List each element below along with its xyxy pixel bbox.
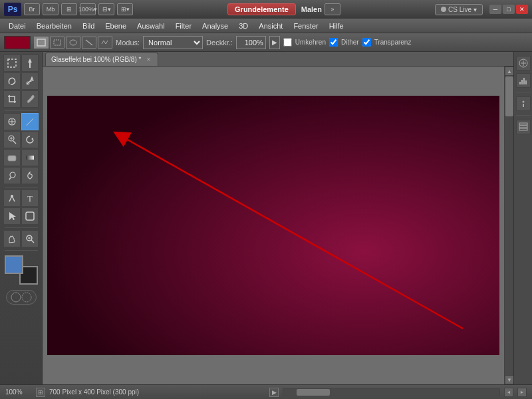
menu-bearbeiten[interactable]: Bearbeiten (32, 21, 76, 31)
brush-color-swatch[interactable] (4, 36, 31, 49)
svg-marker-13 (31, 138, 33, 140)
brush-tool-button[interactable] (21, 113, 39, 130)
title-bar: Ps Br Mb ⊞ 100%▾ ⊟▾ ⊞▾ Grundelemente Mal… (0, 0, 532, 19)
svg-rect-33 (519, 82, 521, 84)
document-tab-title: Glaseffekt bei 100% (RGB/8) * (51, 56, 141, 63)
shape-tool-button[interactable] (21, 207, 39, 225)
document-tabs: Glaseffekt bei 100% (RGB/8) * × (43, 52, 513, 66)
svg-marker-20 (9, 212, 16, 220)
zoom-tool-button[interactable] (21, 230, 39, 247)
scroll-down-button[interactable]: ▼ (505, 375, 513, 384)
clone-tool-button[interactable] (3, 131, 21, 148)
tool-separator-4 (5, 250, 38, 251)
menu-ebene[interactable]: Ebene (100, 21, 131, 31)
svg-rect-4 (8, 59, 16, 67)
svg-rect-41 (519, 123, 527, 125)
scroll-up-button[interactable]: ▲ (505, 66, 513, 76)
menu-ansicht[interactable]: Ansicht (254, 21, 287, 31)
cs-live-button[interactable]: CS Live ▾ (435, 4, 483, 15)
workspace-button[interactable]: Grundelemente (227, 3, 296, 15)
brush-mode-line[interactable] (82, 37, 96, 49)
menu-datei[interactable]: Datei (4, 21, 31, 31)
vertical-scrollbar[interactable]: ▲ ▼ (504, 66, 513, 384)
info-panel-button[interactable] (516, 96, 531, 111)
brush-mode-feathered[interactable] (50, 37, 65, 49)
nav-arrow-button[interactable]: ▶ (269, 388, 279, 397)
scroll-thumb-v[interactable] (505, 76, 513, 116)
deckkraft-label: Deckkr.: (206, 39, 233, 47)
svg-point-37 (522, 101, 524, 103)
svg-rect-38 (523, 104, 524, 107)
brush-mode-custom[interactable] (98, 37, 112, 49)
minimize-button[interactable]: ─ (489, 5, 501, 14)
dodge-tool-button[interactable] (3, 167, 21, 184)
modus-select[interactable]: Normal (143, 36, 203, 49)
tool-separator-1 (5, 110, 38, 111)
horizontal-scrollbar[interactable] (283, 388, 500, 396)
menu-filter[interactable]: Filter (171, 21, 196, 31)
grid-button[interactable]: ⊞▾ (117, 3, 133, 15)
lasso-tool-button[interactable] (3, 72, 21, 90)
brush-mode-circle[interactable] (66, 37, 80, 49)
menu-3d[interactable]: 3D (234, 21, 253, 31)
brush-mode-normal[interactable] (34, 37, 49, 49)
scroll-left-button[interactable]: ◄ (504, 388, 513, 397)
menu-bar: Datei Bearbeiten Bild Ebene Auswahl Filt… (0, 19, 532, 33)
document-tab[interactable]: Glaseffekt bei 100% (RGB/8) * × (45, 53, 158, 66)
gradient-tool-button[interactable] (21, 149, 39, 166)
transparenz-label: Transparenz (374, 39, 412, 46)
crop-tool-button[interactable] (3, 90, 21, 108)
scroll-thumb-h[interactable] (297, 389, 330, 396)
tool-separator-3 (5, 227, 38, 228)
document-tab-close[interactable]: × (144, 56, 152, 64)
burn-tool-button[interactable] (21, 167, 39, 184)
modus-label: Modus: (116, 39, 140, 47)
canvas (47, 96, 499, 355)
zoom-select-button[interactable]: 100%▾ (80, 3, 96, 15)
ps-logo: Ps (4, 3, 21, 16)
menu-auswahl[interactable]: Auswahl (132, 21, 170, 31)
path-selection-tool-button[interactable] (3, 207, 21, 225)
transparenz-checkbox[interactable] (362, 38, 371, 47)
bridge-button[interactable]: Br (24, 3, 40, 15)
eraser-tool-button[interactable] (3, 149, 21, 166)
mini-bridge-button[interactable]: Mb (43, 3, 59, 15)
marquee-tool-button[interactable] (3, 55, 21, 72)
layers-panel-button[interactable] (516, 120, 531, 134)
healing-tool-button[interactable] (3, 113, 21, 130)
eyedropper-tool-button[interactable] (21, 90, 39, 108)
expand-panels-button[interactable]: » (325, 3, 340, 15)
close-button[interactable]: ✕ (516, 5, 528, 14)
foreground-color-swatch[interactable] (5, 255, 23, 274)
menu-fenster[interactable]: Fenster (289, 21, 323, 31)
dither-checkbox[interactable] (329, 38, 338, 47)
menu-hilfe[interactable]: Hilfe (325, 21, 348, 31)
umkehren-checkbox[interactable] (283, 38, 292, 47)
maximize-button[interactable]: □ (503, 5, 515, 14)
scroll-track-v[interactable] (505, 76, 513, 375)
magic-wand-tool-button[interactable] (21, 72, 39, 90)
svg-point-26 (11, 293, 21, 302)
status-icon-button[interactable]: ⊞ (36, 388, 45, 397)
quick-mask-button[interactable] (6, 290, 37, 305)
move-tool-button[interactable] (21, 55, 39, 72)
history-tool-button[interactable] (21, 131, 39, 148)
hand-tool-button[interactable] (3, 230, 21, 247)
menu-bild[interactable]: Bild (78, 21, 99, 31)
compass-panel-button[interactable] (516, 56, 531, 70)
histogram-panel-button[interactable] (516, 73, 531, 88)
svg-point-2 (70, 40, 76, 45)
svg-rect-35 (523, 78, 525, 84)
svg-marker-5 (28, 59, 32, 68)
canvas-container[interactable] (43, 66, 504, 384)
pen-tool-button[interactable] (3, 190, 21, 207)
deckkraft-expand-button[interactable]: ▶ (269, 36, 280, 49)
deckkraft-input[interactable] (236, 36, 266, 49)
menu-analyse[interactable]: Analyse (198, 21, 233, 31)
scroll-right-button[interactable]: ► (517, 388, 527, 397)
arrange-button[interactable]: ⊟▾ (98, 3, 114, 15)
svg-rect-0 (37, 39, 45, 46)
color-swatches (5, 255, 38, 285)
type-tool-button[interactable]: T (21, 190, 39, 207)
layout-button[interactable]: ⊞ (61, 3, 77, 15)
